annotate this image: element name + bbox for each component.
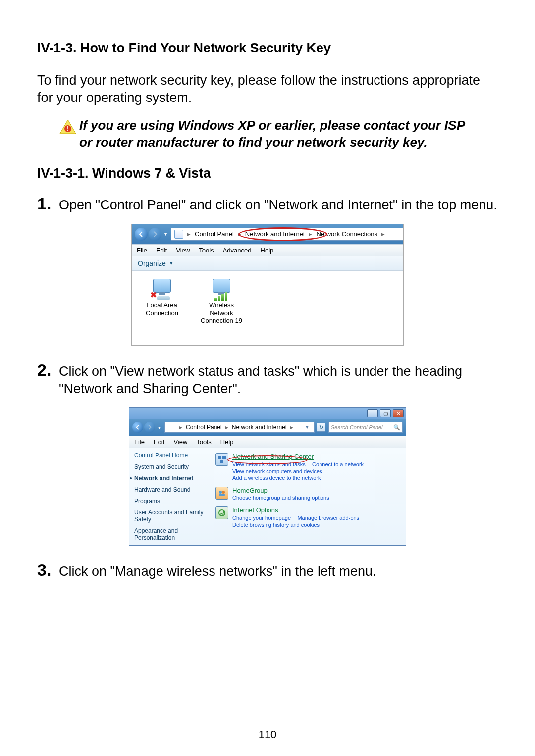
search-input[interactable]: Search Control Panel 🔍 <box>328 422 403 433</box>
search-placeholder: Search Control Panel <box>331 424 383 430</box>
back-button[interactable] <box>135 228 148 241</box>
breadcrumb-separator-icon: ▸ <box>381 230 385 238</box>
address-bar[interactable]: ▸ Control Panel ▸ Network and Internet ▸… <box>164 422 315 433</box>
warning-icon: ! <box>59 119 76 134</box>
link-connect-to-network[interactable]: Connect to a network <box>312 461 364 467</box>
menu-help[interactable]: Help <box>220 438 234 446</box>
toolbar: Organize ▼ <box>132 256 403 271</box>
menu-tools[interactable]: Tools <box>199 247 214 254</box>
content-area: ✖ Local Area Connection Wireless Network… <box>132 271 403 345</box>
chevron-down-icon[interactable]: ▼ <box>169 260 174 266</box>
breadcrumb-part[interactable]: Control Panel <box>195 230 234 238</box>
local-area-connection-item[interactable]: ✖ Local Area Connection <box>140 279 184 337</box>
section-heading: IV-1-3. How to Find Your Network Securit… <box>37 40 498 57</box>
category-internet-options: Internet Options Change your homepage Ma… <box>215 506 401 528</box>
sidebar-item-appearance[interactable]: Appearance and Personalization <box>134 527 209 541</box>
link-homegroup-options[interactable]: Choose homegroup and sharing options <box>232 495 329 501</box>
screenshot-network-connections: ▾ ▸ Control Panel ▸ Network and Internet… <box>131 224 404 346</box>
category-homegroup: HomeGroup Choose homegroup and sharing o… <box>215 487 401 501</box>
breadcrumb-separator-icon: ▸ <box>290 424 293 431</box>
svg-point-7 <box>222 491 225 494</box>
main-area: Network and Sharing Center View network … <box>214 448 406 545</box>
sidebar: Control Panel Home System and Security N… <box>129 448 214 545</box>
screenshot-network-and-internet: — ▢ ✕ ▾ ▸ Control Panel ▸ Network and In… <box>129 407 406 546</box>
sidebar-item-user-accounts[interactable]: User Accounts and Family Safety <box>134 509 209 523</box>
history-dropdown-icon[interactable]: ▾ <box>158 425 160 430</box>
menu-bar: File Edit View Tools Help <box>129 436 406 448</box>
lan-icon: ✖ <box>150 279 174 302</box>
sidebar-item-hardware-sound[interactable]: Hardware and Sound <box>134 486 209 493</box>
svg-point-6 <box>219 491 222 494</box>
internet-options-icon <box>215 506 228 519</box>
svg-rect-5 <box>220 460 223 463</box>
sidebar-item-network-internet[interactable]: Network and Internet <box>134 475 209 482</box>
step-number: 3. <box>37 560 57 580</box>
forward-button[interactable] <box>149 228 161 241</box>
sidebar-item-home[interactable]: Control Panel Home <box>134 452 209 459</box>
disconnected-icon: ✖ <box>150 290 157 300</box>
history-dropdown-icon[interactable]: ▾ <box>164 231 167 237</box>
menu-bar: File Edit View Tools Advanced Help <box>132 244 403 256</box>
page-number: 110 <box>0 728 535 741</box>
breadcrumb-separator-icon: ▸ <box>179 424 182 431</box>
close-button[interactable]: ✕ <box>393 409 404 417</box>
forward-button[interactable] <box>144 422 155 433</box>
search-icon[interactable]: 🔍 <box>393 424 400 431</box>
organize-button[interactable]: Organize <box>138 259 166 267</box>
network-sharing-icon <box>215 453 228 466</box>
menu-advanced[interactable]: Advanced <box>223 247 252 254</box>
link-manage-addons[interactable]: Manage browser add-ons <box>297 515 359 521</box>
back-button[interactable] <box>132 422 143 433</box>
step-text: Click on "View network status and tasks"… <box>57 363 498 398</box>
wireless-connection-item[interactable]: Wireless Network Connection 19 <box>199 279 244 337</box>
warning-text: If you are using Windows XP or earlier, … <box>79 117 476 151</box>
menu-file[interactable]: File <box>134 438 145 446</box>
link-delete-history[interactable]: Delete browsing history and cookies <box>232 522 359 528</box>
step-number: 2. <box>37 360 57 380</box>
note-block: ! If you are using Windows XP or earlier… <box>59 117 476 151</box>
subsection-heading: IV-1-3-1. Windows 7 & Vista <box>37 166 498 181</box>
step-number: 1. <box>37 194 57 213</box>
nav-bar: ▾ ▸ Control Panel ▸ Network and Internet… <box>129 419 406 436</box>
window-title-bar: — ▢ ✕ <box>129 408 406 419</box>
svg-rect-8 <box>219 494 225 496</box>
address-dropdown-icon[interactable]: ▼ <box>303 425 311 430</box>
menu-file[interactable]: File <box>137 247 147 254</box>
control-panel-icon <box>174 230 183 239</box>
breadcrumb-part[interactable]: Control Panel <box>186 424 222 431</box>
menu-help[interactable]: Help <box>261 247 274 254</box>
sidebar-item-system-security[interactable]: System and Security <box>134 463 209 470</box>
svg-rect-3 <box>218 456 221 459</box>
menu-edit[interactable]: Edit <box>156 247 167 254</box>
breadcrumb-separator-icon: ▸ <box>187 230 191 238</box>
svg-point-9 <box>219 510 225 516</box>
category-title[interactable]: Internet Options <box>232 506 359 514</box>
menu-tools[interactable]: Tools <box>196 438 211 446</box>
step-3: 3. Click on "Manage wireless networks" i… <box>37 560 498 580</box>
step-2: 2. Click on "View network status and tas… <box>37 360 498 398</box>
menu-view[interactable]: View <box>176 247 190 254</box>
minimize-button[interactable]: — <box>367 409 378 417</box>
body-area: Control Panel Home System and Security N… <box>129 448 406 545</box>
menu-view[interactable]: View <box>173 438 187 446</box>
menu-edit[interactable]: Edit <box>154 438 164 446</box>
step-1: 1. Open "Control Panel" and click on "Ne… <box>37 194 498 214</box>
breadcrumb-part[interactable]: Network and Internet <box>232 424 287 431</box>
svg-text:!: ! <box>67 125 69 132</box>
refresh-button[interactable]: ↻ <box>317 423 325 432</box>
category-title[interactable]: HomeGroup <box>232 487 329 494</box>
item-label: Local Area Connection <box>140 302 184 317</box>
homegroup-icon <box>215 487 228 500</box>
breadcrumb-separator-icon: ▸ <box>225 424 228 431</box>
document-page: IV-1-3. How to Find Your Network Securit… <box>0 0 535 756</box>
link-add-wireless-device[interactable]: Add a wireless device to the network <box>232 475 364 481</box>
item-label: Wireless Network Connection 19 <box>199 302 244 325</box>
wlan-icon <box>210 279 233 302</box>
link-change-homepage[interactable]: Change your homepage <box>232 515 291 521</box>
highlight-ellipse <box>238 227 327 241</box>
sidebar-item-programs[interactable]: Programs <box>134 498 209 504</box>
intro-text: To find your network security key, pleas… <box>37 72 498 106</box>
maximize-button[interactable]: ▢ <box>380 409 391 417</box>
link-view-network-computers[interactable]: View network computers and devices <box>232 468 364 474</box>
svg-rect-4 <box>222 456 226 459</box>
